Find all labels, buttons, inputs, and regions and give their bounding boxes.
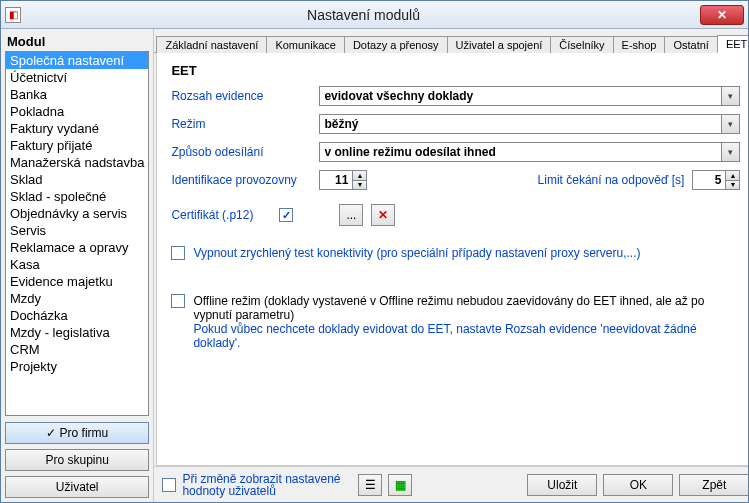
- eet-panel: EET Rozsah evidence evidovat všechny dok…: [156, 53, 749, 466]
- module-item[interactable]: Docházka: [6, 307, 148, 324]
- module-item[interactable]: Manažerská nadstavba: [6, 154, 148, 171]
- for-group-button[interactable]: Pro skupinu: [5, 449, 149, 471]
- ident-label[interactable]: Identifikace provozovny: [171, 173, 311, 187]
- module-item[interactable]: Účetnictví: [6, 69, 148, 86]
- spin-down-icon[interactable]: ▼: [726, 181, 739, 190]
- test-connectivity-checkbox[interactable]: [171, 246, 185, 260]
- window-title: Nastavení modulů: [27, 7, 700, 23]
- tab--seln-ky[interactable]: Číselníky: [550, 36, 613, 53]
- ok-button[interactable]: OK: [603, 474, 673, 496]
- zpusob-value: v online režimu odesílat ihned: [320, 145, 721, 159]
- spin-down-icon[interactable]: ▼: [353, 181, 366, 190]
- rezim-value: běžný: [320, 117, 721, 131]
- bottom-bar: Při změně zobrazit nastavené hodnoty uži…: [154, 466, 749, 502]
- module-item[interactable]: Sklad: [6, 171, 148, 188]
- module-list[interactable]: Společná nastaveníÚčetnictvíBankaPokladn…: [5, 51, 149, 416]
- sidebar-heading: Modul: [5, 31, 149, 51]
- offline-label: Offline režim (doklady vystavené v Offli…: [193, 294, 740, 322]
- module-item[interactable]: CRM: [6, 341, 148, 358]
- close-button[interactable]: ✕: [700, 5, 744, 25]
- excel-icon-button[interactable]: ▦: [388, 474, 412, 496]
- offline-hint: Pokud vůbec nechcete doklady evidovat do…: [193, 322, 740, 350]
- limit-label[interactable]: Limit čekání na odpověď [s]: [538, 173, 685, 187]
- show-changed-checkbox[interactable]: [162, 478, 176, 492]
- module-item[interactable]: Pokladna: [6, 103, 148, 120]
- module-item[interactable]: Objednávky a servis: [6, 205, 148, 222]
- user-button[interactable]: Uživatel: [5, 476, 149, 498]
- zpusob-combo[interactable]: v online režimu odesílat ihned ▾: [319, 142, 740, 162]
- module-item[interactable]: Servis: [6, 222, 148, 239]
- module-item[interactable]: Evidence majetku: [6, 273, 148, 290]
- module-item[interactable]: Projekty: [6, 358, 148, 375]
- limit-value: 5: [693, 171, 725, 189]
- rezim-label[interactable]: Režim: [171, 117, 311, 131]
- module-item[interactable]: Mzdy: [6, 290, 148, 307]
- cert-delete-button[interactable]: ✕: [371, 204, 395, 226]
- list-icon-button[interactable]: ☰: [358, 474, 382, 496]
- tab-z-kladn-nastaven-[interactable]: Základní nastavení: [156, 36, 267, 53]
- module-item[interactable]: Reklamace a opravy: [6, 239, 148, 256]
- eet-title: EET: [171, 63, 740, 78]
- tab-komunikace[interactable]: Komunikace: [266, 36, 345, 53]
- module-item[interactable]: Sklad - společné: [6, 188, 148, 205]
- ident-spin[interactable]: 11 ▲▼: [319, 170, 367, 190]
- rozsah-label[interactable]: Rozsah evidence: [171, 89, 311, 103]
- module-item[interactable]: Kasa: [6, 256, 148, 273]
- spin-up-icon[interactable]: ▲: [353, 171, 366, 181]
- cert-label[interactable]: Certifikát (.p12): [171, 208, 271, 222]
- chevron-down-icon[interactable]: ▾: [721, 115, 739, 133]
- tab-ostatn-[interactable]: Ostatní: [664, 36, 717, 53]
- limit-spin[interactable]: 5 ▲▼: [692, 170, 740, 190]
- tab-bar: Základní nastaveníKomunikaceDotazy a pře…: [154, 29, 749, 53]
- offline-checkbox[interactable]: [171, 294, 185, 308]
- app-icon: ◧: [5, 7, 21, 23]
- for-firm-button[interactable]: ✓ Pro firmu: [5, 422, 149, 444]
- module-item[interactable]: Faktury vydané: [6, 120, 148, 137]
- test-connectivity-label: Vypnout zrychlený test konektivity (pro …: [193, 246, 640, 260]
- zpusob-label[interactable]: Způsob odesílání: [171, 145, 311, 159]
- back-button[interactable]: Zpět: [679, 474, 749, 496]
- rozsah-value: evidovat všechny doklady: [320, 89, 721, 103]
- titlebar: ◧ Nastavení modulů ✕: [1, 1, 748, 29]
- rezim-combo[interactable]: běžný ▾: [319, 114, 740, 134]
- chevron-down-icon[interactable]: ▾: [721, 87, 739, 105]
- cert-checkbox[interactable]: ✓: [279, 208, 293, 222]
- tab-dotazy-a-p-enosy[interactable]: Dotazy a přenosy: [344, 36, 448, 53]
- module-item[interactable]: Společná nastavení: [6, 52, 148, 69]
- module-item[interactable]: Faktury přijaté: [6, 137, 148, 154]
- tab-u-ivatel-a-spojen-[interactable]: Uživatel a spojení: [447, 36, 552, 53]
- show-changed-label: Při změně zobrazit nastavené hodnoty uži…: [182, 473, 352, 497]
- tab-eet[interactable]: EET: [717, 35, 749, 53]
- tab-e-shop[interactable]: E-shop: [613, 36, 666, 53]
- save-button[interactable]: Uložit: [527, 474, 597, 496]
- rozsah-combo[interactable]: evidovat všechny doklady ▾: [319, 86, 740, 106]
- cert-browse-button[interactable]: ...: [339, 204, 363, 226]
- ident-value: 11: [320, 171, 352, 189]
- module-item[interactable]: Banka: [6, 86, 148, 103]
- chevron-down-icon[interactable]: ▾: [721, 143, 739, 161]
- spin-up-icon[interactable]: ▲: [726, 171, 739, 181]
- module-item[interactable]: Mzdy - legislativa: [6, 324, 148, 341]
